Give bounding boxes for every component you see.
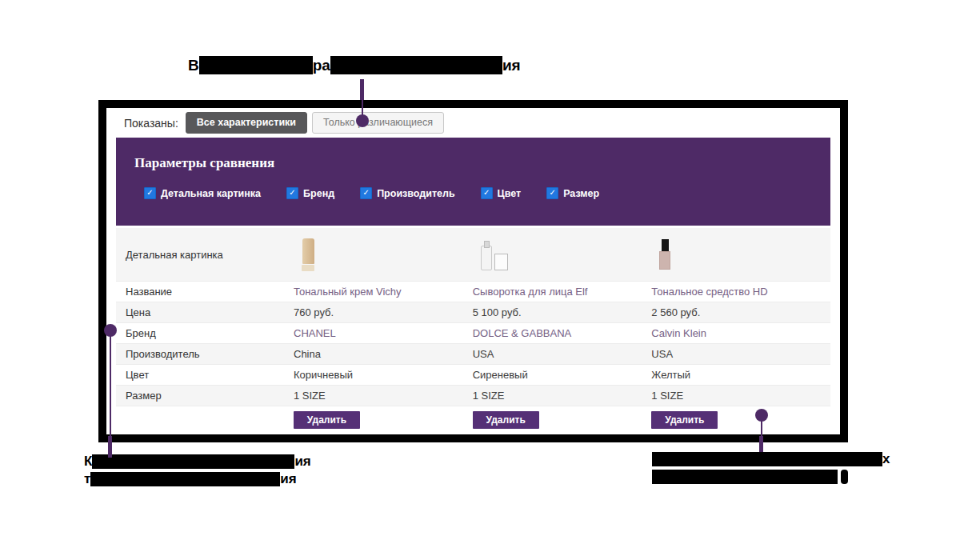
cell-image-product-3 xyxy=(651,228,830,281)
checkbox-icon[interactable]: ✓ xyxy=(360,187,372,199)
checkbox-item-color[interactable]: ✓Цвет xyxy=(481,187,522,199)
redaction-bar xyxy=(92,454,294,469)
cell-size-product-2: 1 SIZE xyxy=(473,390,652,402)
cell-manufacturer-product-3: USA xyxy=(651,348,830,360)
annotation-bottom-left: Кия тия xyxy=(84,453,311,488)
checkbox-label: Размер xyxy=(563,188,599,199)
annotation-text-fragment: т xyxy=(84,471,90,487)
checkbox-label: Детальная картинка xyxy=(161,188,261,199)
serum-pump xyxy=(484,241,490,248)
annotation-bottom-right-line-1: х xyxy=(652,450,890,467)
table-row-size: Размер1 SIZE1 SIZE1 SIZE xyxy=(116,386,830,406)
cell-size-product-3: 1 SIZE xyxy=(651,390,830,402)
table-row-color: ЦветКоричневыйСиреневыйЖелтый xyxy=(116,365,830,386)
annotation-bottom-left-line-2: тия xyxy=(84,470,311,487)
cell-image-product-2 xyxy=(473,228,652,281)
tube-shape xyxy=(302,238,314,271)
serum-shape xyxy=(481,239,508,270)
checkbox-icon[interactable]: ✓ xyxy=(546,187,558,199)
annotation-bottom-left-line-1: Кия xyxy=(84,453,311,470)
row-label-image: Детальная картинка xyxy=(116,249,294,261)
checkbox-label: Бренд xyxy=(303,188,334,199)
delete-product-3-button[interactable]: Удалить xyxy=(651,411,718,429)
product-image-bottle-black-cap xyxy=(659,239,670,270)
comparison-panel-inner: Показаны: Все характеристикиТолько разли… xyxy=(106,108,840,434)
callout-left-dot xyxy=(104,324,117,337)
redaction-bar xyxy=(199,56,313,74)
row-label-name: Название xyxy=(116,286,294,298)
cell-color-product-1: Коричневый xyxy=(294,369,473,381)
checkbox-icon[interactable]: ✓ xyxy=(481,187,493,199)
cell-image-product-1 xyxy=(294,228,473,281)
cell-brand-product-2: DOLCE & GABBANA xyxy=(473,327,652,339)
toggle-only-differing[interactable]: Только различающиеся xyxy=(312,112,444,134)
bottle-shape xyxy=(659,239,670,270)
checkbox-label: Цвет xyxy=(498,188,522,199)
redaction-fragment xyxy=(841,470,848,484)
annotation-text-fragment: К xyxy=(84,454,92,470)
checkbox-item-manufacturer[interactable]: ✓Производитель xyxy=(360,187,454,199)
cell-brand-product-1: CHANEL xyxy=(294,327,473,339)
table-row-brand: БрендCHANELDOLCE & GABBANACalvin Klein xyxy=(116,323,830,344)
cell-price-product-3: 2 560 руб. xyxy=(651,306,830,318)
product-image-serum-white xyxy=(481,239,508,270)
annotation-text-fragment: ия xyxy=(502,57,521,74)
callout-top-line-upper xyxy=(360,79,364,100)
table-row-actions: УдалитьУдалитьУдалить xyxy=(116,406,830,434)
checkbox-icon[interactable]: ✓ xyxy=(144,187,156,199)
annotation-text-fragment: х xyxy=(882,451,890,467)
display-mode-label: Показаны: xyxy=(124,117,178,130)
row-label-size: Размер xyxy=(116,390,294,402)
redaction-bar xyxy=(90,472,280,486)
redaction-bar xyxy=(652,452,882,466)
checkbox-item-detail-image[interactable]: ✓Детальная картинка xyxy=(144,187,261,199)
checkbox-row: ✓Детальная картинка✓Бренд✓Производитель✓… xyxy=(144,187,830,199)
annotation-top-line: Враия xyxy=(188,55,521,75)
row-label-color: Цвет xyxy=(116,369,294,381)
comparison-panel: Показаны: Все характеристикиТолько разли… xyxy=(98,100,848,442)
row-label-manufacturer: Производитель xyxy=(116,348,294,360)
annotation-text-fragment: ра xyxy=(313,57,330,74)
comparison-params-panel: Параметры сравнения ✓Детальная картинка✓… xyxy=(116,138,830,226)
comparison-table: Детальная картинкаНазваниеТональный крем… xyxy=(116,228,830,434)
callout-right-line-lower xyxy=(759,436,763,452)
tube-cap xyxy=(302,265,314,271)
callout-left-line-upper xyxy=(110,330,111,436)
delete-product-2-button[interactable]: Удалить xyxy=(473,411,539,429)
cell-name-product-3[interactable]: Тональное средство HD xyxy=(651,286,830,298)
table-row-manufacturer: ПроизводительChinaUSAUSA xyxy=(116,344,830,365)
callout-right-dot xyxy=(755,409,768,422)
cell-name-product-2[interactable]: Сыворотка для лица Elf xyxy=(473,286,652,298)
redaction-bar xyxy=(330,56,502,74)
cell-color-product-3: Желтый xyxy=(651,369,830,381)
checkbox-icon[interactable]: ✓ xyxy=(286,187,298,199)
cell-actions-product-1: Удалить xyxy=(294,411,473,429)
table-row-name: НазваниеТональный крем VichyСыворотка дл… xyxy=(116,282,830,302)
product-image-tube-beige xyxy=(302,238,314,271)
toggle-all-characteristics[interactable]: Все характеристики xyxy=(186,112,307,134)
cell-brand-product-3: Calvin Klein xyxy=(651,327,830,339)
serum-bottle xyxy=(481,246,492,270)
table-row-price: Цена760 руб.5 100 руб.2 560 руб. xyxy=(116,302,830,323)
annotation-top: Враия xyxy=(188,55,521,75)
cell-actions-product-3: Удалить xyxy=(651,411,830,429)
checkbox-item-brand[interactable]: ✓Бренд xyxy=(286,187,334,199)
checkbox-label: Производитель xyxy=(377,188,454,199)
params-panel-title: Параметры сравнения xyxy=(134,155,830,171)
annotation-bottom-right: х xyxy=(652,450,890,486)
delete-product-1-button[interactable]: Удалить xyxy=(294,411,360,429)
cell-color-product-2: Сиреневый xyxy=(473,369,652,381)
bottle-body xyxy=(659,251,670,270)
annotation-bottom-right-line-2 xyxy=(652,468,890,485)
callout-left-line-lower xyxy=(108,436,112,458)
checkbox-item-size[interactable]: ✓Размер xyxy=(546,187,599,199)
callout-top-dot xyxy=(356,114,369,127)
annotation-text-fragment: ия xyxy=(294,454,310,470)
tube-body xyxy=(302,238,314,264)
serum-box xyxy=(494,254,508,270)
cell-name-product-1[interactable]: Тональный крем Vichy xyxy=(294,286,473,298)
cell-actions-product-2: Удалить xyxy=(473,411,652,429)
annotation-text-fragment: ия xyxy=(280,471,296,487)
cell-price-product-1: 760 руб. xyxy=(294,306,473,318)
cell-size-product-1: 1 SIZE xyxy=(294,390,473,402)
